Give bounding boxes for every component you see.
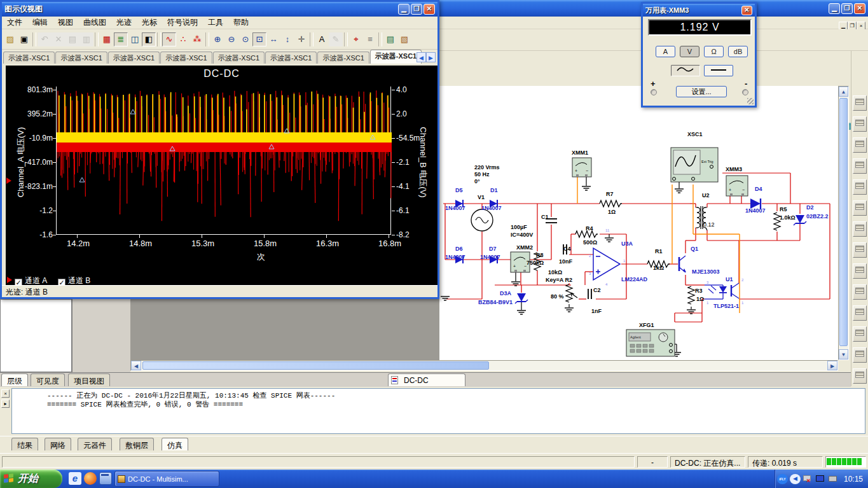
menu-item-1[interactable]: 编辑 bbox=[27, 16, 53, 29]
mode-button-Ω[interactable]: Ω bbox=[704, 46, 724, 57]
instrument-button-5[interactable] bbox=[853, 200, 867, 216]
browser-icon[interactable] bbox=[84, 472, 97, 485]
invert-colors-icon[interactable]: ◧ bbox=[142, 32, 156, 46]
spreadsheet-tab-3[interactable]: 敷铜层 bbox=[120, 438, 154, 450]
chart-area[interactable]: DC-DC 14.2m14.8m15.3m15.8m16.3m16.8m801.… bbox=[6, 66, 437, 287]
multimeter-xmm1[interactable] bbox=[572, 158, 591, 177]
circuit-schematic[interactable]: +−+−+−Ext TrigAgilent220 Vrms50 Hz0°XMM1… bbox=[439, 86, 838, 360]
start-button[interactable]: 开始 bbox=[0, 470, 62, 488]
instrument-button-9[interactable] bbox=[853, 284, 867, 300]
display-icon[interactable] bbox=[815, 474, 826, 484]
resistor[interactable] bbox=[600, 200, 622, 207]
mode-button-dB[interactable]: dB bbox=[728, 46, 748, 57]
zoom-window-icon[interactable]: ⊙ bbox=[238, 32, 252, 46]
menu-item-5[interactable]: 光标 bbox=[137, 16, 162, 29]
axes-icon[interactable]: ◫ bbox=[128, 32, 142, 46]
export-icon[interactable]: ▧ bbox=[397, 32, 411, 46]
instrument-button-2[interactable] bbox=[853, 137, 867, 153]
zener-diode[interactable] bbox=[517, 293, 526, 302]
expand-panel-icon[interactable]: ▸ bbox=[1, 400, 10, 408]
simulation-log[interactable]: ------ 正在为 DC-DC - 2016年1月22日星期五, 10:13:… bbox=[11, 388, 865, 434]
transformer-coil[interactable] bbox=[697, 207, 700, 228]
ifly-tray-icon[interactable]: iFLY bbox=[777, 474, 788, 484]
close-icon[interactable]: ✕ bbox=[424, 4, 435, 15]
menu-item-2[interactable]: 视图 bbox=[53, 16, 78, 29]
menu-item-8[interactable]: 帮助 bbox=[228, 16, 254, 29]
grapher-tab-5[interactable]: 示波器-XSC1 bbox=[265, 52, 317, 64]
zoom-fit-icon[interactable]: ⊡ bbox=[252, 32, 266, 46]
scroll-right-icon[interactable]: ▶ bbox=[827, 361, 837, 370]
paste-icon[interactable]: ▥ bbox=[79, 32, 93, 46]
taskbar-button-multisim[interactable]: DC-DC - Multisim... bbox=[114, 471, 219, 487]
toolbox-tab-2[interactable]: 项目视图 bbox=[68, 373, 110, 386]
maximize-icon[interactable]: ❐ bbox=[411, 4, 422, 15]
tab-scroll-right-icon[interactable]: ▶ bbox=[426, 52, 436, 62]
scroll-thumb[interactable] bbox=[839, 98, 848, 346]
instrument-button-10[interactable] bbox=[853, 305, 867, 321]
scatter-icon[interactable]: ∴ bbox=[176, 32, 190, 46]
arrange-icon[interactable]: ≡ bbox=[363, 32, 377, 46]
trace-marker-icon[interactable] bbox=[6, 178, 11, 184]
menu-item-6[interactable]: 符号说明 bbox=[162, 16, 203, 29]
zoom-in-icon[interactable]: ⊕ bbox=[210, 32, 224, 46]
collapse-chevron-icon[interactable]: ◀ bbox=[790, 474, 801, 484]
grid-icon[interactable]: ▦ bbox=[100, 32, 114, 46]
settings-button[interactable]: 设置... bbox=[676, 86, 727, 97]
plus-terminal[interactable] bbox=[651, 89, 657, 95]
close-icon[interactable]: ✕ bbox=[741, 6, 752, 15]
agilent-label[interactable]: Agilent bbox=[630, 335, 641, 339]
instrument-button-3[interactable] bbox=[853, 158, 867, 174]
ext-trig-label[interactable]: Ext Trig bbox=[701, 160, 713, 164]
tab-scroll-buttons[interactable]: ◀▶ bbox=[417, 51, 436, 62]
minimize-icon[interactable]: ▁ bbox=[398, 4, 410, 15]
network-error-icon[interactable]: × bbox=[803, 474, 813, 484]
mode-button-A[interactable]: A bbox=[656, 46, 675, 57]
minimize-icon[interactable]: ▁ bbox=[829, 3, 840, 14]
close-panel-icon[interactable]: × bbox=[1, 389, 10, 398]
line-scatter-icon[interactable]: ⁂ bbox=[190, 32, 204, 46]
instrument-button-11[interactable] bbox=[853, 326, 867, 342]
undo-icon[interactable]: ↶ bbox=[38, 32, 52, 46]
minus-terminal[interactable] bbox=[742, 89, 748, 95]
scroll-up-icon[interactable]: ▲ bbox=[839, 87, 848, 97]
grapher-tab-6[interactable]: 示波器-XSC1 bbox=[317, 52, 369, 64]
scroll-left-icon[interactable]: ◀ bbox=[131, 361, 141, 370]
grapher-tab-2[interactable]: 示波器-XSC1 bbox=[108, 52, 160, 64]
tab-scroll-left-icon[interactable]: ◀ bbox=[417, 52, 426, 62]
menu-item-0[interactable]: 文件 bbox=[2, 16, 27, 29]
grapher-tab-7[interactable]: 示波器-XSC1 bbox=[370, 50, 422, 64]
mdi-window-controls[interactable]: ▁❐× bbox=[839, 18, 865, 30]
ie-icon[interactable]: e bbox=[69, 472, 81, 485]
cursor-icon[interactable]: ⌖ bbox=[349, 32, 363, 46]
mode-button-V[interactable]: V bbox=[680, 46, 699, 57]
instrument-button-8[interactable] bbox=[853, 263, 867, 279]
multimeter-titlebar[interactable]: 万用表-XMM3 ✕ bbox=[643, 4, 755, 17]
instrument-button-7[interactable] bbox=[853, 242, 867, 258]
delete-icon[interactable]: ✕ bbox=[52, 32, 65, 46]
save-icon[interactable]: ▣ bbox=[17, 32, 31, 46]
toolbox-tab-1[interactable]: 可见度 bbox=[31, 373, 65, 386]
resistor[interactable] bbox=[688, 286, 694, 304]
grapher-tab-4[interactable]: 示波器-XSC1 bbox=[213, 52, 265, 64]
text-icon[interactable]: A bbox=[315, 32, 329, 46]
ac-mode-button[interactable] bbox=[671, 65, 700, 76]
zener-diode[interactable] bbox=[796, 215, 804, 223]
zoom-out-icon[interactable]: ⊖ bbox=[224, 32, 238, 46]
resistor[interactable] bbox=[575, 231, 598, 237]
resize-grip[interactable] bbox=[747, 98, 754, 104]
zoom-vertical-icon[interactable]: ↕ bbox=[280, 32, 294, 46]
dc-mode-button[interactable] bbox=[704, 65, 733, 76]
instrument-button-13[interactable] bbox=[853, 368, 867, 384]
properties-icon[interactable]: ✎ bbox=[329, 32, 343, 46]
instrument-button-4[interactable] bbox=[853, 179, 867, 195]
menu-item-3[interactable]: 曲线图 bbox=[78, 16, 111, 29]
menu-item-4[interactable]: 光迹 bbox=[111, 16, 137, 29]
restore-icon[interactable]: ❐ bbox=[841, 3, 853, 14]
grapher-tab-1[interactable]: 示波器-XSC1 bbox=[55, 52, 107, 64]
multimeter-xmm3[interactable] bbox=[726, 176, 748, 196]
pan-icon[interactable]: ✛ bbox=[294, 32, 308, 46]
close-icon[interactable]: ✕ bbox=[854, 3, 865, 14]
copy-icon[interactable]: ▤ bbox=[65, 32, 79, 46]
optocoupler-led[interactable] bbox=[719, 286, 727, 293]
show-desktop-icon[interactable] bbox=[99, 472, 112, 485]
